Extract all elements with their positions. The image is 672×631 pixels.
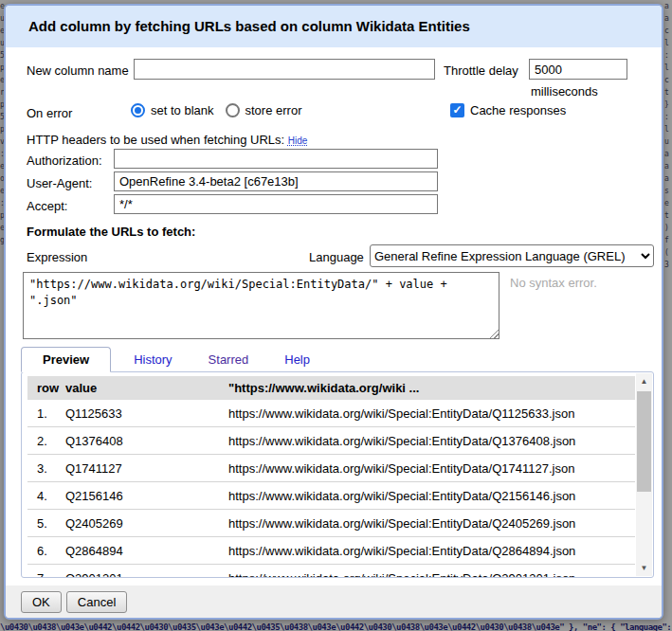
set-to-blank-radio[interactable] — [131, 103, 145, 117]
row-url: https://www.wikidata.org/wiki/Special:En… — [228, 461, 635, 476]
language-select[interactable]: General Refine Expression Language (GREL… — [370, 244, 654, 267]
preview-table-header: row value "https://www.wikidata.org/wiki… — [27, 376, 635, 400]
tab-help[interactable]: Help — [271, 348, 323, 371]
row-value: Q1376408 — [65, 434, 228, 448]
accept-input[interactable] — [114, 194, 438, 214]
row-index: 7. — [37, 571, 65, 578]
table-row: 6. Q2864894 https://www.wikidata.org/wik… — [27, 537, 635, 565]
row-value: Q2156146 — [65, 489, 228, 503]
user-agent-input[interactable] — [114, 171, 438, 191]
authorization-input[interactable] — [114, 149, 438, 169]
new-column-name-label: New column name — [27, 63, 129, 78]
add-column-by-fetching-urls-dialog: Add column by fetching URLs based on col… — [4, 4, 663, 620]
table-row: 4. Q2156146 https://www.wikidata.org/wik… — [27, 482, 635, 510]
store-error-radio[interactable] — [226, 103, 240, 117]
textarea-resize-grip-icon[interactable] — [488, 328, 499, 338]
formulate-heading: Formulate the URLs to fetch: — [27, 225, 195, 239]
preview-panel: row value "https://www.wikidata.org/wiki… — [21, 371, 654, 578]
ok-button[interactable]: OK — [21, 591, 62, 613]
row-index: 6. — [37, 544, 65, 558]
col-header-row: row — [37, 381, 65, 395]
scroll-up-arrow-icon[interactable]: ▲ — [636, 373, 652, 389]
row-url: https://www.wikidata.org/wiki/Special:En… — [228, 434, 635, 448]
table-row: 5. Q2405269 https://www.wikidata.org/wik… — [27, 510, 635, 537]
tab-preview[interactable]: Preview — [21, 347, 111, 372]
cache-responses-checkbox[interactable]: ✓ — [450, 103, 464, 117]
preview-table: row value "https://www.wikidata.org/wiki… — [27, 376, 635, 577]
language-label: Language — [309, 250, 364, 264]
col-header-url: "https://www.wikidata.org/wiki ... — [228, 381, 635, 395]
radio-dot — [135, 107, 141, 114]
row-value: Q1125633 — [65, 406, 228, 421]
on-error-label: On error — [27, 106, 72, 120]
row-index: 3. — [37, 461, 65, 476]
throttle-unit-label: milliseconds — [531, 84, 598, 99]
accept-label: Accept: — [27, 199, 67, 213]
expression-tabs: Preview History Starred Help — [21, 345, 323, 371]
scrollbar-thumb[interactable] — [637, 391, 651, 492]
new-column-name-input[interactable] — [134, 59, 435, 80]
col-header-value: value — [65, 381, 228, 395]
throttle-delay-input[interactable] — [529, 59, 627, 80]
store-error-label[interactable]: store error — [245, 103, 302, 117]
cancel-button[interactable]: Cancel — [66, 591, 127, 613]
hide-headers-link[interactable]: Hide — [288, 135, 308, 146]
table-row: 7. Q2901301 https://www.wikidata.org/wik… — [27, 565, 635, 577]
set-to-blank-label[interactable]: set to blank — [151, 103, 214, 117]
user-agent-label: User-Agent: — [27, 176, 92, 190]
row-index: 4. — [37, 489, 65, 503]
throttle-delay-label: Throttle delay — [444, 63, 518, 78]
row-url: https://www.wikidata.org/wiki/Special:En… — [228, 489, 635, 503]
tab-starred[interactable]: Starred — [195, 348, 263, 371]
row-value: Q2405269 — [65, 516, 228, 531]
expression-textarea[interactable]: "https://www.wikidata.org/wiki/Special:E… — [23, 272, 499, 339]
background-page-bottom-text: \u0430\u0438\u043e\u0442\u0442\u0430\u04… — [0, 621, 672, 631]
scroll-down-arrow-icon[interactable]: ▼ — [636, 560, 652, 576]
row-value: Q2901301 — [65, 571, 228, 578]
table-row: 3. Q1741127 https://www.wikidata.org/wik… — [27, 455, 635, 482]
row-url: https://www.wikidata.org/wiki/Special:En… — [228, 516, 635, 531]
expression-label: Expression — [27, 250, 87, 264]
tab-history[interactable]: History — [120, 348, 185, 371]
dialog-title: Add column by fetching URLs based on col… — [6, 6, 662, 47]
syntax-status: No syntax error. — [510, 276, 597, 290]
dialog-footer: OK Cancel — [6, 586, 662, 618]
row-url: https://www.wikidata.org/wiki/Special:En… — [228, 544, 635, 558]
authorization-label: Authorization: — [27, 153, 102, 168]
row-index: 5. — [37, 516, 65, 531]
row-index: 1. — [37, 406, 65, 421]
table-row: 1. Q1125633 https://www.wikidata.org/wik… — [27, 400, 635, 427]
row-value: Q1741127 — [65, 461, 228, 476]
table-row: 2. Q1376408 https://www.wikidata.org/wik… — [27, 427, 635, 455]
row-index: 2. — [37, 434, 65, 448]
background-page-right-sliver: a a c l : l c t } : l u a a a s e t ) f … — [664, 0, 672, 631]
row-url: https://www.wikidata.org/wiki/Special:En… — [228, 571, 635, 578]
http-headers-label: HTTP headers to be used when fetching UR… — [27, 133, 284, 147]
row-value: Q2864894 — [65, 544, 228, 558]
cache-responses-label[interactable]: Cache responses — [470, 103, 566, 117]
row-url: https://www.wikidata.org/wiki/Special:En… — [228, 406, 635, 421]
preview-scrollbar[interactable]: ▲ ▼ — [636, 373, 652, 576]
